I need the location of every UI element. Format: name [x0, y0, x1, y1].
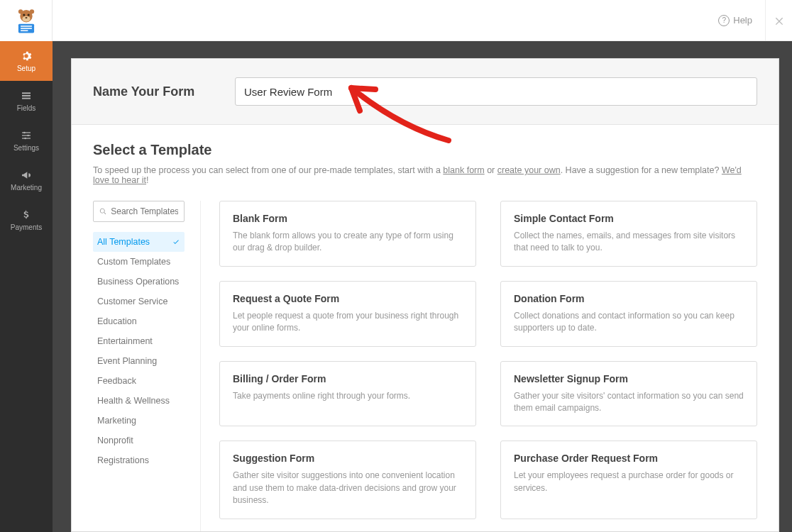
template-categories-panel: All TemplatesCustom TemplatesBusiness Op…	[93, 201, 201, 532]
sidebar-item-payments[interactable]: Payments	[0, 200, 53, 240]
template-card[interactable]: Newsletter Signup FormGather your site v…	[500, 361, 757, 427]
sidebar-item-label: Setup	[17, 65, 35, 72]
template-card[interactable]: Request a Quote FormLet people request a…	[219, 281, 476, 347]
close-button[interactable]	[765, 0, 792, 41]
category-item[interactable]: Marketing	[93, 411, 185, 431]
search-input[interactable]	[111, 206, 178, 216]
template-card[interactable]: Donation FormCollect donations and conta…	[500, 281, 757, 347]
template-card[interactable]: Blank FormThe blank form allows you to c…	[219, 201, 476, 267]
sliders-icon	[19, 130, 33, 141]
template-desc: Gather site visitor suggestions into one…	[233, 470, 463, 506]
help-icon: ?	[718, 15, 730, 26]
sidebar-item-label: Marketing	[11, 184, 42, 192]
svg-point-2	[29, 9, 33, 13]
svg-point-5	[22, 16, 30, 21]
logo-icon	[13, 7, 40, 34]
search-icon	[99, 207, 106, 216]
svg-rect-11	[22, 92, 31, 94]
name-form-label: Name Your Form	[93, 84, 235, 99]
modal-header: Name Your Form	[72, 59, 779, 125]
topbar: ? Help	[0, 0, 792, 41]
template-search[interactable]	[93, 201, 185, 222]
sidebar-item-label: Settings	[13, 144, 39, 152]
svg-rect-10	[21, 30, 28, 31]
template-card[interactable]: Simple Contact FormCollect the names, em…	[500, 201, 757, 267]
category-item[interactable]: Business Operations	[93, 272, 185, 292]
svg-point-18	[27, 134, 29, 136]
sidebar-item-settings[interactable]: Settings	[0, 121, 53, 160]
subtext-part: To speed up the process you can select f…	[93, 165, 443, 175]
template-title: Donation Form	[514, 293, 744, 304]
category-item[interactable]: Entertainment	[93, 331, 185, 351]
category-item[interactable]: Customer Service	[93, 292, 185, 311]
category-item[interactable]: Custom Templates	[93, 252, 185, 272]
template-card[interactable]: Billing / Order FormTake payments online…	[219, 361, 476, 427]
subtext-part: . Have a suggestion for a new template?	[561, 165, 722, 175]
close-icon	[774, 15, 785, 26]
category-item[interactable]: Education	[93, 311, 185, 331]
template-title: Newsletter Signup Form	[514, 373, 744, 384]
sidebar-item-fields[interactable]: Fields	[0, 81, 53, 121]
check-icon	[172, 238, 180, 245]
svg-rect-12	[22, 95, 31, 96]
svg-point-19	[24, 137, 26, 139]
category-label: All Templates	[97, 237, 150, 247]
template-desc: The blank form allows you to create any …	[233, 230, 463, 255]
category-item[interactable]: Registrations	[93, 450, 185, 470]
template-title: Request a Quote Form	[233, 293, 463, 304]
template-grid-panel: Blank FormThe blank form allows you to c…	[219, 201, 757, 532]
setup-modal: Name Your Form Select a Template To spee…	[71, 58, 779, 532]
sidebar: Setup Fields Settings Marketing Payments	[0, 41, 53, 532]
template-title: Suggestion Form	[233, 453, 463, 464]
template-title: Simple Contact Form	[514, 213, 744, 224]
template-desc: Gather your site visitors' contact infor…	[514, 390, 744, 415]
template-desc: Collect donations and contact informatio…	[514, 310, 744, 335]
svg-point-3	[23, 13, 25, 16]
category-item[interactable]: Health & Wellness	[93, 391, 185, 411]
dollar-icon	[19, 209, 33, 221]
sidebar-item-marketing[interactable]: Marketing	[0, 160, 53, 200]
category-item[interactable]: Nonprofit	[93, 431, 185, 450]
template-desc: Let people request a quote from your bus…	[233, 310, 463, 335]
megaphone-icon	[19, 170, 33, 181]
svg-point-4	[27, 13, 29, 16]
svg-rect-8	[21, 26, 32, 27]
select-template-heading: Select a Template	[93, 142, 757, 158]
app-logo	[0, 0, 53, 41]
template-card[interactable]: Suggestion FormGather site visitor sugge…	[219, 440, 476, 519]
category-item[interactable]: Event Planning	[93, 351, 185, 371]
sidebar-item-label: Payments	[11, 223, 42, 231]
svg-rect-14	[22, 132, 31, 133]
gear-icon	[19, 50, 33, 62]
svg-rect-13	[22, 97, 31, 99]
template-title: Purchase Order Request Form	[514, 453, 744, 464]
blank-form-link[interactable]: blank form	[443, 165, 484, 175]
help-link[interactable]: ? Help	[718, 15, 752, 26]
create-own-link[interactable]: create your own	[497, 165, 561, 175]
svg-point-6	[25, 16, 27, 18]
sidebar-item-setup[interactable]: Setup	[0, 41, 53, 81]
template-desc: Collect the names, emails, and messages …	[514, 230, 744, 255]
category-item[interactable]: Feedback	[93, 371, 185, 391]
template-title: Billing / Order Form	[233, 373, 463, 384]
template-card[interactable]: Purchase Order Request FormLet your empl…	[500, 440, 757, 519]
select-template-subtext: To speed up the process you can select f…	[93, 165, 757, 185]
template-title: Blank Form	[233, 213, 463, 224]
sidebar-item-label: Fields	[17, 104, 36, 112]
svg-point-17	[23, 131, 26, 133]
category-item[interactable]: All Templates	[93, 232, 185, 252]
template-desc: Let your employees request a purchase or…	[514, 470, 744, 494]
svg-point-1	[18, 9, 22, 13]
subtext-part: !	[146, 175, 148, 185]
subtext-part: or	[485, 165, 497, 175]
template-desc: Take payments online right through your …	[233, 390, 463, 402]
form-name-input[interactable]	[235, 77, 757, 106]
svg-rect-15	[22, 135, 31, 135]
category-list: All TemplatesCustom TemplatesBusiness Op…	[93, 232, 185, 470]
svg-rect-9	[21, 28, 32, 29]
help-label: Help	[733, 15, 752, 26]
list-icon	[19, 90, 33, 101]
